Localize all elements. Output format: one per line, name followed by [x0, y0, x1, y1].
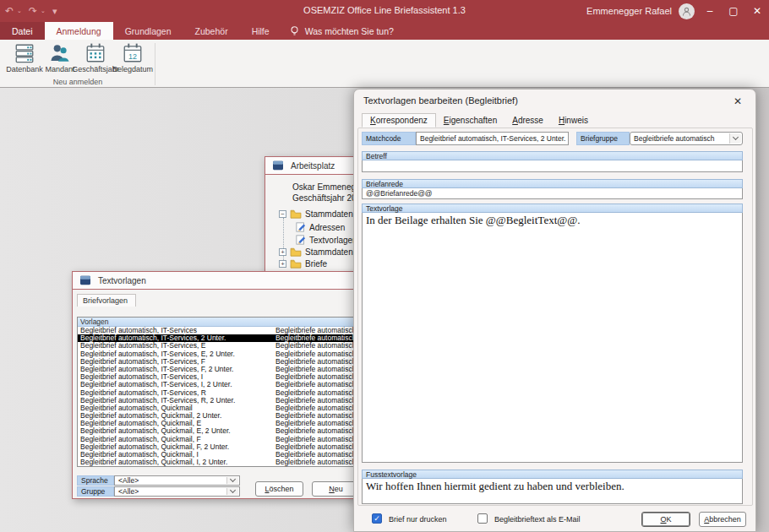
fusstext-textarea[interactable]: Wir hoffen Ihnen hiermit gedient zu habe…	[362, 479, 743, 504]
chevron-down-icon[interactable]	[226, 477, 238, 484]
tab-hilfe[interactable]: Hilfe	[240, 22, 281, 40]
belegdatum-button[interactable]: 12 Belegdatum	[115, 42, 150, 79]
tab-briefvorlagen[interactable]: Briefvorlagen	[77, 294, 136, 307]
betreff-header: Betreff	[362, 151, 743, 160]
users-icon	[49, 42, 71, 64]
folder-icon	[290, 259, 302, 269]
dialog-tab-strip: Korrespondenz Eigenschaften Adresse Hinw…	[362, 113, 596, 128]
textvorlagen-title: Textvorlagen	[98, 276, 146, 285]
ribbon: Datenbank Mandant Geschäftsjahr 12	[0, 40, 769, 88]
tab-adresse[interactable]: Adresse	[504, 113, 551, 128]
expand-icon[interactable]: +	[279, 248, 286, 256]
tree-item-adressen[interactable]: Adressen	[296, 222, 345, 232]
abbrechen-button[interactable]: Abbrechen	[699, 512, 746, 527]
fusstext-header: Fusstextvorlage	[362, 470, 743, 479]
gruppe-label: Gruppe	[77, 486, 114, 497]
gruppe-select[interactable]: <Alle>	[114, 486, 240, 497]
briefgruppe-select[interactable]: Begleitbriefe automatisch	[630, 132, 743, 145]
textvorlage-header: Textvorlage	[362, 204, 743, 213]
calendar-date-icon: 12	[122, 42, 144, 64]
tab-grundlagen[interactable]: Grundlagen	[113, 22, 183, 40]
person-icon	[681, 6, 692, 17]
brief-nur-drucken-checkbox[interactable]: ✓	[372, 513, 382, 524]
begleitbrieftext-email-label[interactable]: Begleitbrieftext als E-Mail	[494, 515, 581, 524]
edit-document-icon	[296, 222, 306, 232]
title-bar[interactable]: ↶⌄ ↷⌄ ▾ OSEMZIZ Office Line Briefassiste…	[0, 0, 769, 22]
dialog-close-icon[interactable]: ✕	[730, 94, 745, 109]
briefanrede-input[interactable]: @@Briefanrede@@	[362, 188, 743, 199]
lightbulb-icon	[290, 25, 299, 37]
briefcase-icon	[272, 160, 284, 171]
sprache-label: Sprache	[77, 475, 114, 486]
database-icon	[14, 42, 35, 64]
tree-item-briefe[interactable]: + Briefe	[279, 259, 327, 269]
sprache-select[interactable]: <Alle>	[114, 475, 240, 486]
matchcode-label: Matchcode	[362, 132, 416, 145]
chevron-down-icon[interactable]	[729, 133, 741, 144]
tree-item-stammdaten[interactable]: − Stammdaten	[279, 209, 353, 219]
textvorlage-textarea[interactable]: In der Beilage erhalten Sie @@BegleitTex…	[362, 213, 743, 463]
briefgruppe-label: Briefgruppe	[576, 132, 630, 145]
tab-zubehoer[interactable]: Zubehör	[183, 22, 240, 40]
folder-icon	[290, 247, 302, 257]
close-button[interactable]: ✕	[745, 0, 769, 22]
ribbon-group-separator	[155, 43, 155, 85]
avatar[interactable]	[679, 3, 695, 19]
edit-document-icon	[296, 235, 306, 245]
ribbon-tab-row: Datei Anmeldung Grundlagen Zubehör Hilfe…	[0, 22, 769, 40]
tree-item-textvorlagen[interactable]: Textvorlagen	[296, 235, 357, 245]
expand-icon[interactable]: +	[279, 260, 286, 268]
chevron-down-icon[interactable]	[226, 488, 238, 495]
begleitbrieftext-email-checkbox[interactable]	[477, 513, 488, 524]
ok-button[interactable]: OK	[641, 512, 690, 527]
collapse-icon[interactable]: −	[279, 210, 286, 218]
betreff-input[interactable]	[362, 160, 743, 172]
tab-eigenschaften[interactable]: Eigenschaften	[436, 113, 504, 128]
svg-text:12: 12	[128, 52, 137, 61]
tab-datei[interactable]: Datei	[0, 22, 45, 40]
minimize-button[interactable]: –	[698, 0, 722, 22]
calendar-grid-icon	[85, 42, 106, 64]
datenbank-button[interactable]: Datenbank	[7, 42, 42, 79]
matchcode-input[interactable]: Begleitbrief automatisch, IT-Services, 2…	[416, 132, 569, 145]
folder-icon	[290, 209, 302, 219]
arbeitsplatz-title: Arbeitsplatz	[291, 161, 335, 171]
tellme-search[interactable]: Was möchten Sie tun?	[281, 22, 402, 40]
edit-dialog: Textvorlagen bearbeiten (Begleitbrief) ✕…	[353, 89, 756, 532]
tab-hinweis[interactable]: Hinweis	[551, 113, 596, 128]
loeschen-button[interactable]: Löschen	[255, 481, 303, 497]
tab-anmeldung[interactable]: Anmeldung	[45, 22, 113, 40]
ribbon-group-label: Neu anmelden	[5, 78, 150, 86]
brief-nur-drucken-label[interactable]: Brief nur drucken	[389, 515, 447, 524]
geschaeftsjahr-button[interactable]: Geschäftsjahr	[78, 42, 113, 79]
mandant-button[interactable]: Mandant	[42, 42, 78, 79]
briefanrede-header: Briefanrede	[362, 179, 743, 188]
user-name: Emmenegger Rafael	[586, 6, 672, 16]
workspace-background: ↶⌄ ↷⌄ ▾ OSEMZIZ Office Line Briefassiste…	[0, 0, 769, 532]
tab-korrespondenz[interactable]: Korrespondenz	[362, 113, 436, 128]
maximize-button[interactable]: ▢	[722, 0, 745, 22]
briefcase-icon	[79, 275, 91, 285]
dialog-title: Textvorlagen bearbeiten (Begleitbrief)	[363, 95, 518, 106]
